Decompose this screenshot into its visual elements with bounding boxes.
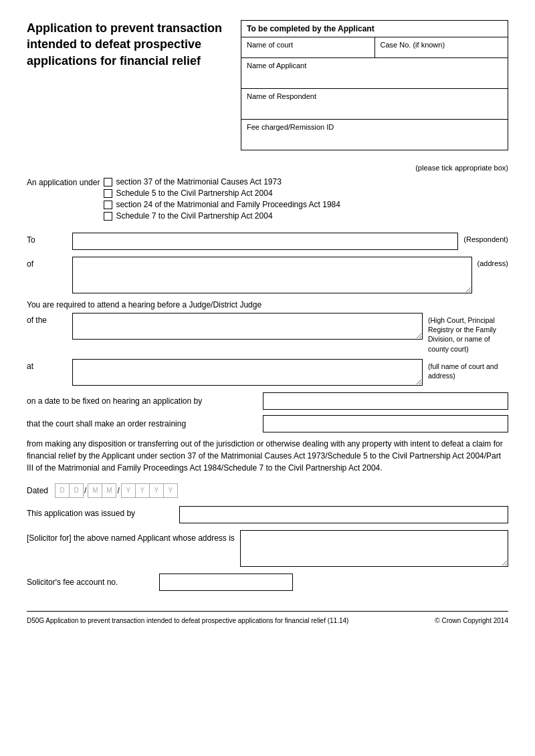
date-y4[interactable]: Y bbox=[163, 483, 178, 498]
application-under-label: An application under bbox=[27, 177, 100, 187]
respondent-label: Name of Respondent bbox=[241, 89, 508, 119]
of-the-label: of the bbox=[27, 313, 67, 325]
of-right-label: (address) bbox=[477, 257, 508, 267]
to-right-label: (Respondent) bbox=[463, 233, 508, 243]
applicant-row: Name of Applicant bbox=[241, 58, 508, 89]
footer: D50G Application to prevent transaction … bbox=[27, 611, 508, 624]
date-y3[interactable]: Y bbox=[149, 483, 164, 498]
date-m1[interactable]: M bbox=[88, 483, 102, 498]
checkbox-item-4: Schedule 7 to the Civil Partnership Act … bbox=[104, 211, 340, 221]
checkbox-label-1: section 37 of the Matrimonial Causes Act… bbox=[116, 177, 281, 186]
footer-right: © Crown Copyright 2014 bbox=[435, 617, 508, 624]
date-sep-2: / bbox=[116, 486, 120, 495]
of-input[interactable] bbox=[72, 257, 472, 293]
checkboxes-section: An application under section 37 of the M… bbox=[27, 177, 508, 221]
on-date-row: on a date to be fixed on hearing an appl… bbox=[27, 392, 508, 410]
body-text: from making any disposition or transferr… bbox=[27, 438, 508, 474]
to-input[interactable] bbox=[72, 233, 458, 250]
applicant-label: Name of Applicant bbox=[241, 58, 508, 88]
hearing-section: You are required to attend a hearing bef… bbox=[27, 300, 508, 386]
checkbox-2[interactable] bbox=[104, 189, 112, 198]
checkbox-list: section 37 of the Matrimonial Causes Act… bbox=[104, 177, 340, 221]
checkbox-item-2: Schedule 5 to the Civil Partnership Act … bbox=[104, 188, 340, 198]
date-boxes: D D / M M / Y Y Y Y bbox=[55, 483, 177, 498]
date-y2[interactable]: Y bbox=[135, 483, 150, 498]
case-no-label: Case No. (if known) bbox=[375, 37, 508, 57]
restraining-label: that the court shall make an order restr… bbox=[27, 419, 257, 428]
of-row: of (address) bbox=[27, 257, 508, 293]
of-the-input[interactable] bbox=[72, 313, 423, 340]
top-form: To be completed by the Applicant Name of… bbox=[241, 20, 508, 150]
restraining-input[interactable] bbox=[263, 415, 508, 432]
issued-by-input[interactable] bbox=[179, 506, 508, 523]
date-d2[interactable]: D bbox=[69, 483, 84, 498]
of-the-row: of the (High Court, Principal Registry o… bbox=[27, 313, 508, 354]
hearing-text: You are required to attend a hearing bef… bbox=[27, 300, 508, 309]
footer-left: D50G Application to prevent transaction … bbox=[27, 617, 348, 624]
fee-account-input[interactable] bbox=[159, 574, 293, 591]
at-note: (full name of court and address) bbox=[428, 359, 508, 380]
date-y1[interactable]: Y bbox=[121, 483, 136, 498]
solicitor-input[interactable] bbox=[240, 530, 508, 567]
fee-label: Fee charged/Remission ID bbox=[241, 120, 508, 150]
at-label: at bbox=[27, 359, 67, 371]
checkbox-label-4: Schedule 7 to the Civil Partnership Act … bbox=[116, 211, 272, 221]
main-content: (please tick appropriate box) An applica… bbox=[27, 164, 508, 591]
at-row: at (full name of court and address) bbox=[27, 359, 508, 386]
dated-label: Dated bbox=[27, 486, 48, 495]
on-date-label: on a date to be fixed on hearing an appl… bbox=[27, 396, 257, 406]
solicitor-label: [Solicitor for] the above named Applican… bbox=[27, 530, 235, 544]
issued-by-row: This application was issued by bbox=[27, 506, 508, 523]
court-case-row: Name of court Case No. (if known) bbox=[241, 37, 508, 58]
page-title: Application to prevent transaction inten… bbox=[27, 20, 227, 69]
fee-account-label: Solicitor's fee account no. bbox=[27, 578, 154, 587]
checkbox-4[interactable] bbox=[104, 212, 112, 221]
to-row: To (Respondent) bbox=[27, 233, 508, 250]
to-label: To bbox=[27, 233, 67, 245]
of-the-note: (High Court, Principal Registry or the F… bbox=[428, 313, 508, 354]
fee-account-row: Solicitor's fee account no. bbox=[27, 574, 508, 591]
respondent-row: Name of Respondent bbox=[241, 89, 508, 120]
checkbox-1[interactable] bbox=[104, 178, 112, 186]
on-date-input[interactable] bbox=[263, 392, 508, 410]
form-header: To be completed by the Applicant bbox=[241, 21, 508, 37]
checkbox-label-3: section 24 of the Matrimonial and Family… bbox=[116, 200, 340, 209]
checkbox-label-2: Schedule 5 to the Civil Partnership Act … bbox=[116, 188, 272, 198]
please-tick-note: (please tick appropriate box) bbox=[27, 164, 508, 172]
fee-row: Fee charged/Remission ID bbox=[241, 120, 508, 150]
checkbox-3[interactable] bbox=[104, 201, 112, 209]
checkbox-item-1: section 37 of the Matrimonial Causes Act… bbox=[104, 177, 340, 186]
checkbox-item-3: section 24 of the Matrimonial and Family… bbox=[104, 200, 340, 209]
issued-by-label: This application was issued by bbox=[27, 506, 174, 518]
date-d1[interactable]: D bbox=[55, 483, 70, 498]
restraining-row: that the court shall make an order restr… bbox=[27, 415, 508, 432]
solicitor-row: [Solicitor for] the above named Applican… bbox=[27, 530, 508, 567]
at-input[interactable] bbox=[72, 359, 423, 386]
of-label: of bbox=[27, 257, 67, 269]
court-label: Name of court bbox=[241, 37, 375, 57]
dated-section: Dated D D / M M / Y Y Y Y bbox=[27, 483, 508, 498]
date-m2[interactable]: M bbox=[102, 483, 116, 498]
date-sep-1: / bbox=[83, 486, 88, 495]
page-layout: Application to prevent transaction inten… bbox=[27, 20, 508, 150]
